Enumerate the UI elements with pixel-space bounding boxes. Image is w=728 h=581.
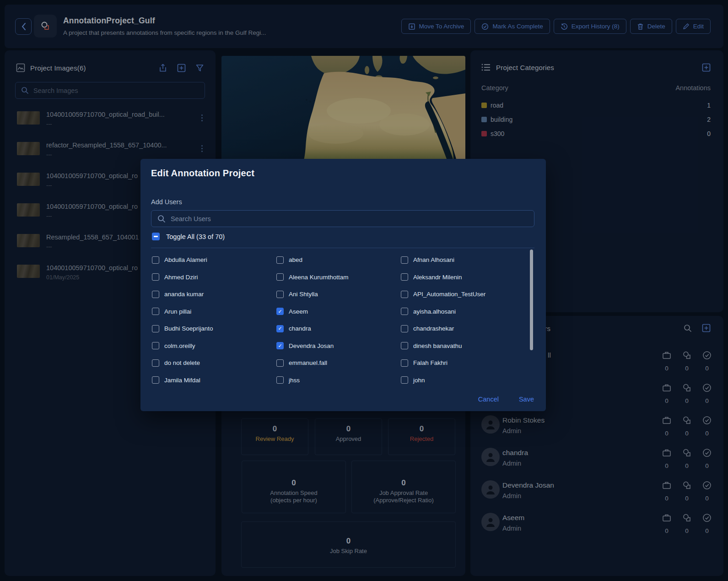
modal-user-name: dinesh banavathu — [413, 342, 462, 349]
modal-user-checkbox-item[interactable]: colm.oreilly — [152, 337, 276, 355]
checkbox-icon — [401, 342, 408, 349]
modal-user-checkbox-item[interactable]: dinesh banavathu — [401, 337, 525, 355]
checkbox-icon — [152, 359, 159, 367]
modal-user-checkbox-item[interactable]: abed — [276, 251, 401, 269]
modal-user-name: do not delete — [164, 359, 200, 366]
checkbox-icon — [276, 376, 284, 384]
modal-user-name: API_Automation_TestUser — [413, 291, 485, 298]
checkbox-icon — [152, 291, 159, 298]
modal-scrollbar[interactable] — [530, 250, 533, 350]
modal-user-name: ananda kumar — [164, 291, 204, 298]
modal-user-checkbox-item[interactable]: ayisha.alhosani — [401, 303, 525, 320]
modal-user-name: Ahmed Dziri — [164, 274, 198, 281]
modal-user-name: colm.oreilly — [164, 342, 195, 349]
search-icon — [157, 215, 166, 223]
edit-project-modal: Edit Annotation Project Add Users Toggle… — [140, 159, 546, 411]
modal-user-checkbox-item[interactable]: Afnan Alhosani — [401, 251, 525, 269]
checkbox-icon — [152, 308, 159, 315]
toggle-all-checkbox[interactable]: Toggle All (33 of 70) — [152, 233, 225, 240]
modal-user-checkbox-item[interactable]: Jamila Mifdal — [152, 372, 276, 389]
checkbox-icon: ✓ — [276, 342, 284, 349]
modal-user-grid-row: do not deleteemmanuel.fallFalah Fakhri — [152, 354, 527, 372]
modal-user-grid-row: Abdulla AlameriabedAfnan Alhosani — [152, 251, 527, 269]
checkbox-icon — [401, 359, 408, 367]
modal-user-checkbox-item[interactable]: Abdulla Alameri — [152, 251, 276, 269]
divider — [151, 248, 534, 248]
checkbox-icon: ✓ — [276, 325, 284, 332]
modal-user-name: abed — [289, 256, 302, 263]
modal-user-name: chandra — [289, 325, 311, 332]
modal-user-name: Abdulla Alameri — [164, 256, 207, 263]
modal-user-name: ayisha.alhosani — [413, 308, 456, 315]
save-button[interactable]: Save — [519, 396, 534, 403]
modal-user-name: Falah Fakhri — [413, 359, 448, 366]
checkbox-icon — [152, 376, 159, 384]
modal-user-name: Aseem — [289, 308, 308, 315]
checkbox-icon — [401, 256, 408, 264]
modal-user-checkbox-item[interactable]: ✓Devendra Josan — [276, 337, 401, 355]
modal-user-name: Devendra Josan — [289, 342, 334, 349]
modal-user-name: emmanuel.fall — [289, 359, 327, 366]
modal-user-checkbox-item[interactable]: ananda kumar — [152, 286, 276, 303]
modal-user-checkbox-item[interactable]: john — [401, 372, 525, 389]
modal-user-checkbox-item[interactable]: Budhi Soeprijanto — [152, 320, 276, 337]
modal-user-grid: Abdulla AlameriabedAfnan AlhosaniAhmed D… — [152, 251, 527, 389]
indeterminate-checkbox-icon — [152, 233, 160, 240]
modal-title: Edit Annotation Project — [151, 168, 254, 179]
modal-user-checkbox-item[interactable]: Falah Fakhri — [401, 354, 525, 372]
modal-user-checkbox-item[interactable]: jhss — [276, 372, 401, 389]
modal-user-grid-row: Ahmed DziriAleena KurumthottamAleksandr … — [152, 269, 527, 286]
modal-user-checkbox-item[interactable]: Ani Shtylla — [276, 286, 401, 303]
modal-user-checkbox-item[interactable]: chandrashekar — [401, 320, 525, 337]
add-users-label: Add Users — [151, 198, 182, 206]
app-page: AnnotationProject_Gulf A project that pr… — [0, 0, 728, 581]
modal-user-checkbox-item[interactable]: API_Automation_TestUser — [401, 286, 525, 303]
checkbox-icon — [152, 325, 159, 332]
modal-user-name: Budhi Soeprijanto — [164, 325, 213, 332]
modal-user-checkbox-item[interactable]: do not delete — [152, 354, 276, 372]
modal-user-grid-row: Budhi Soeprijanto✓chandrachandrashekar — [152, 320, 527, 337]
modal-user-checkbox-item[interactable]: ✓chandra — [276, 320, 401, 337]
modal-user-name: Aleksandr Milenin — [413, 274, 462, 281]
checkbox-icon — [152, 342, 159, 349]
checkbox-icon — [401, 273, 408, 281]
checkbox-icon — [152, 273, 159, 281]
modal-user-checkbox-item[interactable]: emmanuel.fall — [276, 354, 401, 372]
modal-user-checkbox-item[interactable]: Aleksandr Milenin — [401, 269, 525, 286]
toggle-all-label: Toggle All (33 of 70) — [166, 233, 225, 240]
modal-user-checkbox-item[interactable]: Arun pillai — [152, 303, 276, 320]
modal-user-name: jhss — [289, 377, 300, 384]
modal-user-name: chandrashekar — [413, 325, 454, 332]
modal-user-grid-row: colm.oreilly✓Devendra Josandinesh banava… — [152, 337, 527, 355]
modal-user-name: Jamila Mifdal — [164, 377, 200, 384]
checkbox-icon — [276, 359, 284, 367]
modal-user-checkbox-item[interactable]: ✓Aseem — [276, 303, 401, 320]
checkbox-icon — [401, 325, 408, 332]
checkbox-icon — [276, 273, 284, 281]
modal-user-grid-row: ananda kumarAni ShtyllaAPI_Automation_Te… — [152, 286, 527, 303]
modal-user-grid-row: Jamila Mifdaljhssjohn — [152, 372, 527, 389]
checkbox-icon — [401, 291, 408, 298]
checkbox-icon — [276, 256, 284, 264]
checkbox-icon — [401, 376, 408, 384]
modal-user-checkbox-item[interactable]: Ahmed Dziri — [152, 269, 276, 286]
user-search — [151, 210, 534, 227]
checkbox-icon: ✓ — [276, 308, 284, 315]
checkbox-icon — [401, 308, 408, 315]
search-users-input[interactable] — [171, 215, 528, 223]
checkbox-icon — [276, 291, 284, 298]
modal-user-name: Aleena Kurumthottam — [289, 274, 349, 281]
modal-user-name: john — [413, 377, 425, 384]
checkbox-icon — [152, 256, 159, 264]
modal-user-name: Afnan Alhosani — [413, 256, 454, 263]
cancel-button[interactable]: Cancel — [478, 396, 499, 403]
modal-user-checkbox-item[interactable]: Aleena Kurumthottam — [276, 269, 401, 286]
modal-user-name: Ani Shtylla — [289, 291, 318, 298]
modal-user-grid-row: Arun pillai✓Aseemayisha.alhosani — [152, 303, 527, 320]
modal-user-name: Arun pillai — [164, 308, 191, 315]
